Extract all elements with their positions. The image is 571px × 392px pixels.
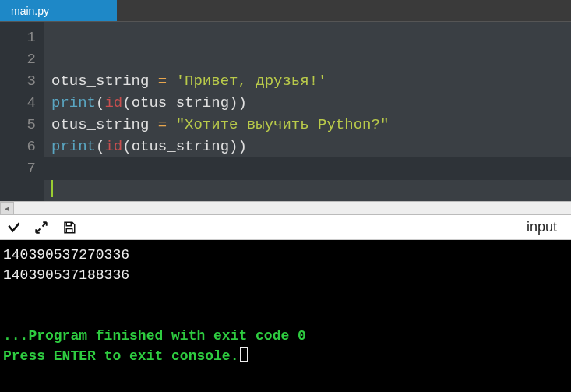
line-number: 5 <box>0 114 36 136</box>
code-line <box>51 182 53 199</box>
token-paren: )) <box>229 94 247 111</box>
token-paren: )) <box>229 138 247 155</box>
horizontal-scrollbar[interactable]: ◄ <box>0 201 571 215</box>
token-fn: print <box>51 94 96 111</box>
save-icon[interactable] <box>62 221 76 235</box>
token-var: otus_string <box>51 72 149 90</box>
token-string: "Хотите выучить Python?" <box>176 116 389 133</box>
chevron-down-icon[interactable] <box>6 221 20 235</box>
token-builtin: id <box>104 138 122 155</box>
token-paren: ( <box>96 94 104 111</box>
code-line: print(id(otus_string)) <box>51 94 247 111</box>
token-paren: ( <box>96 138 104 155</box>
line-number: 2 <box>0 48 36 70</box>
line-number: 6 <box>0 136 36 157</box>
tab-main-py[interactable]: main.py <box>0 0 117 21</box>
code-area[interactable]: otus_string = 'Привет, друзья!' print(id… <box>44 22 571 201</box>
scroll-left-arrow-icon[interactable]: ◄ <box>0 202 14 214</box>
console-line: 140390537188336 <box>3 267 129 283</box>
tab-label: main.py <box>11 5 49 17</box>
console-prompt-text: Press ENTER to exit console. <box>3 348 238 364</box>
console-toolbar: input <box>0 215 571 240</box>
token-paren: ( <box>122 138 131 155</box>
token-op: = <box>149 72 175 90</box>
editor-cursor <box>51 180 53 197</box>
code-line: otus_string = 'Привет, друзья!' <box>51 72 326 90</box>
expand-icon[interactable] <box>34 221 48 235</box>
console-finished-line: ...Program finished with exit code 0 <box>3 328 306 344</box>
token-var: otus_string <box>51 116 149 133</box>
console-line: 140390537270336 <box>3 247 129 263</box>
token-paren: ( <box>122 94 131 111</box>
token-fn: print <box>51 138 96 155</box>
code-editor[interactable]: 1 2 3 4 5 6 7 otus_string = 'Привет, дру… <box>0 22 571 201</box>
tab-bar: main.py <box>0 0 571 22</box>
code-line <box>51 51 60 68</box>
console-prompt-line: Press ENTER to exit console. <box>3 348 248 364</box>
code-line <box>51 160 60 177</box>
token-string: 'Привет, друзья!' <box>176 72 327 90</box>
token-var: otus_string <box>132 94 229 111</box>
code-line: print(id(otus_string)) <box>51 138 247 155</box>
console-output[interactable]: 140390537270336 140390537188336 ...Progr… <box>0 240 571 392</box>
line-number: 1 <box>0 26 36 48</box>
code-line: otus_string = "Хотите выучить Python?" <box>51 116 389 133</box>
input-label: input <box>527 219 565 235</box>
scroll-track[interactable] <box>14 202 571 214</box>
token-op: = <box>149 116 175 133</box>
line-number: 4 <box>0 92 36 114</box>
line-gutter: 1 2 3 4 5 6 7 <box>0 22 44 201</box>
line-number: 3 <box>0 70 36 92</box>
token-var: otus_string <box>132 138 229 155</box>
console-cursor <box>240 347 248 362</box>
line-number: 7 <box>0 157 36 179</box>
token-builtin: id <box>104 94 122 111</box>
